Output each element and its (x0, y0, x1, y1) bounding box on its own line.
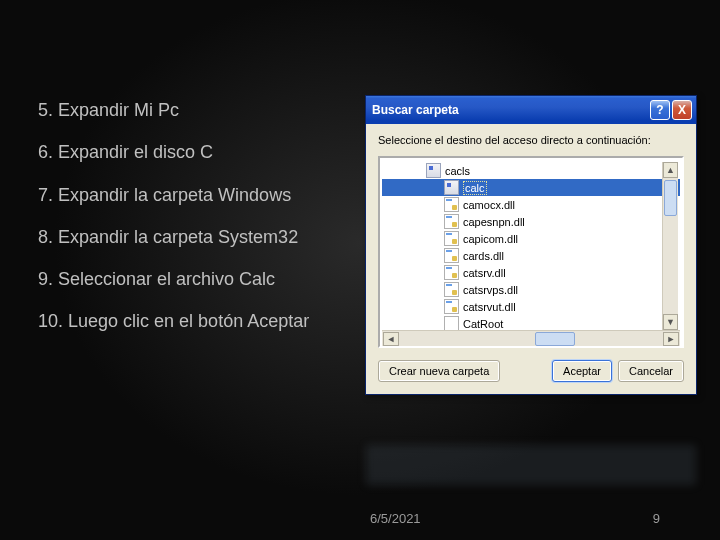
dialog-prompt: Seleccione el destino del acceso directo… (378, 134, 684, 146)
tree-item-label: cards.dll (463, 250, 504, 262)
exe-icon (444, 180, 459, 195)
dll-icon (444, 197, 459, 212)
dll-icon (444, 299, 459, 314)
cancel-button[interactable]: Cancelar (618, 360, 684, 382)
instruction-item: 6. Expandir el disco C (38, 140, 318, 164)
dialog-title: Buscar carpeta (372, 103, 648, 117)
scroll-down-icon[interactable]: ▼ (663, 314, 678, 330)
dialog-reflection (366, 445, 696, 485)
vertical-scrollbar[interactable]: ▲ ▼ (662, 162, 678, 330)
help-button[interactable]: ? (650, 100, 670, 120)
tree-item[interactable]: catsrvut.dll (382, 298, 680, 315)
instruction-item: 9. Seleccionar el archivo Calc (38, 267, 318, 291)
dll-icon (444, 214, 459, 229)
footer-page-number: 9 (653, 511, 660, 526)
tree-item-label: calc (463, 181, 487, 195)
scroll-left-icon[interactable]: ◄ (383, 332, 399, 346)
dll-icon (444, 265, 459, 280)
tree-item[interactable]: calc (382, 179, 680, 196)
tree-item[interactable]: capicom.dll (382, 230, 680, 247)
scroll-thumb[interactable] (535, 332, 575, 346)
tree-item-label: cacls (445, 165, 470, 177)
tree-item-label: CatRoot (463, 318, 503, 330)
tree-item[interactable]: capesnpn.dll (382, 213, 680, 230)
tree-item-label: camocx.dll (463, 199, 515, 211)
help-icon: ? (656, 103, 663, 117)
browse-folder-dialog: Buscar carpeta ? X Seleccione el destino… (365, 95, 697, 395)
folder-tree: caclscalccamocx.dllcapesnpn.dllcapicom.d… (378, 156, 684, 348)
instruction-list: 5. Expandir Mi Pc 6. Expandir el disco C… (38, 98, 318, 352)
close-button[interactable]: X (672, 100, 692, 120)
tree-item-label: catsrv.dll (463, 267, 506, 279)
instruction-item: 10. Luego clic en el botón Aceptar (38, 309, 318, 333)
folder-icon (444, 316, 459, 330)
scroll-right-icon[interactable]: ► (663, 332, 679, 346)
exe-icon (426, 163, 441, 178)
new-folder-button[interactable]: Crear nueva carpeta (378, 360, 500, 382)
tree-item[interactable]: cards.dll (382, 247, 680, 264)
instruction-item: 5. Expandir Mi Pc (38, 98, 318, 122)
tree-item[interactable]: CatRoot (382, 315, 680, 330)
dll-icon (444, 231, 459, 246)
tree-item-label: catsrvps.dll (463, 284, 518, 296)
scroll-thumb[interactable] (664, 180, 677, 216)
close-icon: X (678, 103, 686, 117)
tree-item[interactable]: cacls (382, 162, 680, 179)
dll-icon (444, 248, 459, 263)
instruction-item: 7. Expandir la carpeta Windows (38, 183, 318, 207)
tree-item[interactable]: catsrv.dll (382, 264, 680, 281)
tree-item[interactable]: camocx.dll (382, 196, 680, 213)
footer-date: 6/5/2021 (370, 511, 421, 526)
dll-icon (444, 282, 459, 297)
horizontal-scrollbar[interactable]: ◄ ► (382, 330, 680, 346)
accept-button[interactable]: Aceptar (552, 360, 612, 382)
scroll-up-icon[interactable]: ▲ (663, 162, 678, 178)
instruction-item: 8. Expandir la carpeta System32 (38, 225, 318, 249)
tree-item-label: catsrvut.dll (463, 301, 516, 313)
tree-item-label: capicom.dll (463, 233, 518, 245)
scroll-track[interactable] (663, 178, 678, 314)
tree-item-label: capesnpn.dll (463, 216, 525, 228)
tree-item[interactable]: catsrvps.dll (382, 281, 680, 298)
dialog-titlebar[interactable]: Buscar carpeta ? X (366, 96, 696, 124)
